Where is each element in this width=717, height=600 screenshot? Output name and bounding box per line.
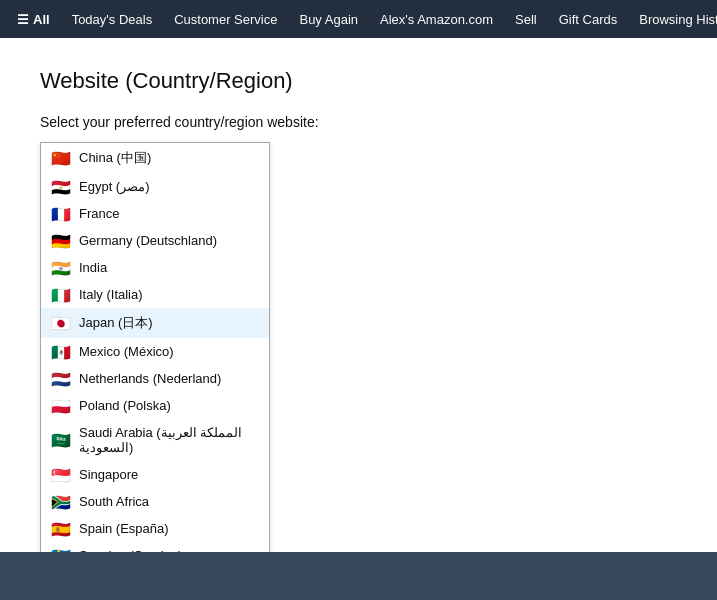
nav-item-browsing-history[interactable]: Browsing History ▾ xyxy=(630,7,717,32)
flag-icon-egypt: 🇪🇬 xyxy=(51,180,71,194)
nav-item-alexs-amazon[interactable]: Alex's Amazon.com xyxy=(371,7,502,32)
main-content: Website (Country/Region) Select your pre… xyxy=(0,38,717,600)
country-item-singapore[interactable]: 🇸🇬Singapore xyxy=(41,461,269,488)
country-item-saudi-arabia[interactable]: 🇸🇦Saudi Arabia (المملكة العربية السعودية… xyxy=(41,419,269,461)
flag-icon-india: 🇮🇳 xyxy=(51,261,71,275)
bottom-bar xyxy=(0,552,717,600)
country-item-netherlands[interactable]: 🇳🇱Netherlands (Nederland) xyxy=(41,365,269,392)
country-label-mexico: Mexico (México) xyxy=(79,344,174,359)
nav-all-button[interactable]: ☰ All xyxy=(8,7,59,32)
country-label-singapore: Singapore xyxy=(79,467,138,482)
flag-icon-germany: 🇩🇪 xyxy=(51,234,71,248)
country-dropdown-wrapper: 🇨🇳China (中国)🇪🇬Egypt (‫مصر‬‎)🇫🇷France🇩🇪Ge… xyxy=(40,142,270,582)
flag-icon-japan: 🇯🇵 xyxy=(51,316,71,330)
country-item-germany[interactable]: 🇩🇪Germany (Deutschland) xyxy=(41,227,269,254)
nav-item-gift-cards[interactable]: Gift Cards xyxy=(550,7,627,32)
navbar: ☰ All Today's Deals Customer Service Buy… xyxy=(0,0,717,38)
country-label-germany: Germany (Deutschland) xyxy=(79,233,217,248)
flag-icon-south-africa: 🇿🇦 xyxy=(51,495,71,509)
country-dropdown-list[interactable]: 🇨🇳China (中国)🇪🇬Egypt (‫مصر‬‎)🇫🇷France🇩🇪Ge… xyxy=(40,142,270,582)
country-label-japan: Japan (日本) xyxy=(79,314,153,332)
flag-icon-france: 🇫🇷 xyxy=(51,207,71,221)
country-label-france: France xyxy=(79,206,119,221)
nav-item-buy-again[interactable]: Buy Again xyxy=(290,7,367,32)
flag-icon-saudi-arabia: 🇸🇦 xyxy=(51,433,71,447)
country-item-japan[interactable]: 🇯🇵Japan (日本) xyxy=(41,308,269,338)
nav-item-customer-service[interactable]: Customer Service xyxy=(165,7,286,32)
browsing-history-label: Browsing History xyxy=(639,12,717,27)
country-item-china[interactable]: 🇨🇳China (中国) xyxy=(41,143,269,173)
country-label-spain: Spain (España) xyxy=(79,521,169,536)
country-item-mexico[interactable]: 🇲🇽Mexico (México) xyxy=(41,338,269,365)
country-label-india: India xyxy=(79,260,107,275)
country-item-egypt[interactable]: 🇪🇬Egypt (‫مصر‬‎) xyxy=(41,173,269,200)
flag-icon-netherlands: 🇳🇱 xyxy=(51,372,71,386)
flag-icon-poland: 🇵🇱 xyxy=(51,399,71,413)
flag-icon-mexico: 🇲🇽 xyxy=(51,345,71,359)
flag-icon-china: 🇨🇳 xyxy=(51,151,71,165)
country-item-france[interactable]: 🇫🇷France xyxy=(41,200,269,227)
hamburger-icon: ☰ xyxy=(17,12,29,27)
nav-item-sell[interactable]: Sell xyxy=(506,7,546,32)
country-label-poland: Poland (Polska) xyxy=(79,398,171,413)
country-label-saudi-arabia: Saudi Arabia (المملكة العربية السعودية) xyxy=(79,425,259,455)
flag-icon-italy: 🇮🇹 xyxy=(51,288,71,302)
country-label-egypt: Egypt (‫مصر‬‎) xyxy=(79,179,150,194)
page-title: Website (Country/Region) xyxy=(40,68,677,94)
country-item-italy[interactable]: 🇮🇹Italy (Italia) xyxy=(41,281,269,308)
country-item-south-africa[interactable]: 🇿🇦South Africa xyxy=(41,488,269,515)
country-label-china: China (中国) xyxy=(79,149,151,167)
country-label-italy: Italy (Italia) xyxy=(79,287,143,302)
country-item-poland[interactable]: 🇵🇱Poland (Polska) xyxy=(41,392,269,419)
country-label-south-africa: South Africa xyxy=(79,494,149,509)
flag-icon-singapore: 🇸🇬 xyxy=(51,468,71,482)
flag-icon-spain: 🇪🇸 xyxy=(51,522,71,536)
country-item-india[interactable]: 🇮🇳India xyxy=(41,254,269,281)
nav-item-todays-deals[interactable]: Today's Deals xyxy=(63,7,162,32)
country-label-netherlands: Netherlands (Nederland) xyxy=(79,371,221,386)
subtitle: Select your preferred country/region web… xyxy=(40,114,677,130)
nav-all-label: All xyxy=(33,12,50,27)
country-item-spain[interactable]: 🇪🇸Spain (España) xyxy=(41,515,269,542)
